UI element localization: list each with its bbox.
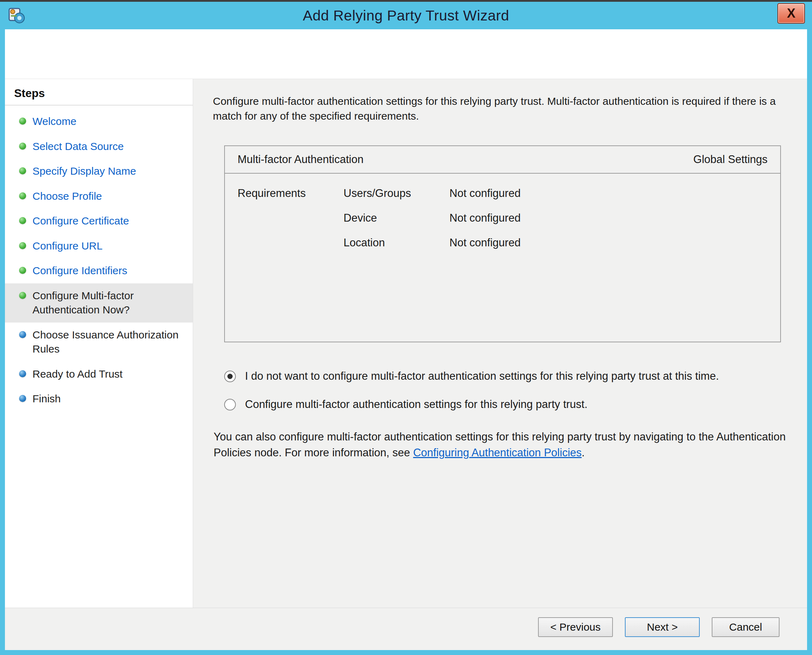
sidebar-item-choose-profile[interactable]: Choose Profile [5,184,193,209]
sidebar-item-ready-to-add-trust: Ready to Add Trust [5,362,193,387]
step-label: Specify Display Name [32,164,136,178]
mfa-header-title: Multi-factor Authentication [237,153,364,166]
requirement-name: Users/Groups [344,187,450,200]
radio-selected-icon[interactable] [224,371,236,382]
mfa-choice-group: I do not want to configure multi-factor … [224,370,787,411]
radio-label: Configure multi-factor authentication se… [245,398,587,411]
step-done-icon [19,167,26,174]
step-upcoming-icon [19,370,26,377]
requirement-value: Not configured [450,187,521,200]
step-done-icon [19,242,26,249]
mfa-table-header: Multi-factor Authentication Global Setti… [225,146,780,174]
step-label: Configure URL [32,239,102,254]
radio-unselected-icon[interactable] [224,399,236,411]
requirements-rows: Users/Groups Not configured Device Not c… [344,187,521,249]
wizard-content: Configure multi-factor authentication se… [193,79,807,608]
step-label: Configure Identifiers [32,264,127,278]
previous-button[interactable]: < Previous [538,617,613,637]
requirement-name: Location [344,237,450,249]
mfa-table-body: Requirements Users/Groups Not configured… [225,174,780,249]
step-label: Choose Issuance Authorization Rules [32,328,188,357]
body-row: Steps Welcome Select Data Source Specify… [5,79,807,608]
sidebar-item-configure-mfa-now: Configure Multi-factor Authentication No… [5,283,193,323]
footer-note-period: . [582,446,585,459]
sidebar-item-finish: Finish [5,386,193,412]
radio-label: I do not want to configure multi-factor … [245,370,719,383]
mfa-settings-table: Multi-factor Authentication Global Setti… [224,145,781,342]
step-label: Choose Profile [32,189,102,204]
footer-note: You can also configure multi-factor auth… [214,429,787,461]
client-area: Steps Welcome Select Data Source Specify… [5,29,807,650]
step-done-icon [19,143,26,150]
step-label: Finish [32,392,61,406]
step-done-icon [19,117,26,125]
configuring-authentication-policies-link[interactable]: Configuring Authentication Policies [413,446,581,459]
requirement-value: Not configured [450,237,521,249]
next-button[interactable]: Next > [625,617,700,637]
radio-option-skip-mfa[interactable]: I do not want to configure multi-factor … [224,370,787,383]
mfa-header-global-settings: Global Settings [693,153,767,166]
step-label: Select Data Source [32,139,123,154]
step-label: Configure Multi-factor Authentication No… [32,289,188,317]
sidebar-item-configure-certificate[interactable]: Configure Certificate [5,209,193,234]
step-label: Ready to Add Trust [32,367,123,381]
requirement-name: Device [344,212,450,224]
step-done-icon [19,267,26,274]
title-bar: Add Relying Party Trust Wizard X [0,2,812,29]
sidebar-item-choose-issuance-authorization-rules: Choose Issuance Authorization Rules [5,323,193,362]
steps-list: Welcome Select Data Source Specify Displ… [5,106,193,412]
step-done-icon [19,217,26,224]
steps-heading: Steps [5,87,193,105]
sidebar-item-welcome[interactable]: Welcome [5,109,193,134]
table-row: Device Not configured [344,212,521,224]
sidebar-item-configure-identifiers[interactable]: Configure Identifiers [5,258,193,283]
sidebar-item-specify-display-name[interactable]: Specify Display Name [5,159,193,184]
step-upcoming-icon [19,395,26,402]
window-title: Add Relying Party Trust Wizard [0,2,812,29]
steps-sidebar: Steps Welcome Select Data Source Specify… [5,79,193,608]
intro-text: Configure multi-factor authentication se… [213,94,787,123]
cancel-button[interactable]: Cancel [712,617,780,637]
close-button[interactable]: X [777,3,805,24]
wizard-icon [8,6,26,25]
button-bar: < Previous Next > Cancel [5,608,807,650]
requirements-label: Requirements [237,187,344,249]
step-label: Configure Certificate [32,214,129,228]
radio-option-configure-mfa[interactable]: Configure multi-factor authentication se… [224,398,787,411]
step-current-icon [19,292,26,299]
step-upcoming-icon [19,331,26,338]
requirement-value: Not configured [450,212,521,224]
sidebar-item-select-data-source[interactable]: Select Data Source [5,134,193,159]
wizard-window: Add Relying Party Trust Wizard X Steps W… [0,0,812,655]
header-band [5,29,807,79]
table-row: Users/Groups Not configured [344,187,521,200]
sidebar-item-configure-url[interactable]: Configure URL [5,234,193,259]
table-row: Location Not configured [344,237,521,249]
step-done-icon [19,192,26,199]
step-label: Welcome [32,114,76,129]
